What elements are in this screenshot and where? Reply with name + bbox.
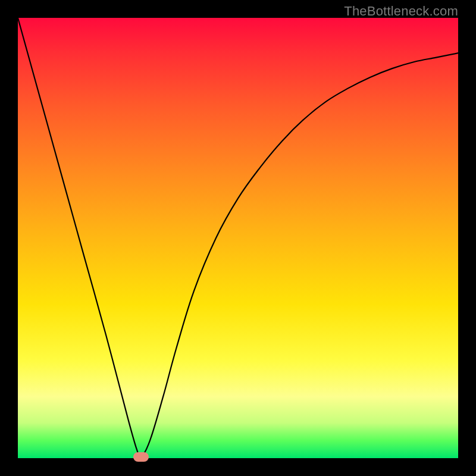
curve-svg xyxy=(18,18,458,458)
optimal-marker xyxy=(133,452,149,462)
chart-frame: TheBottleneck.com xyxy=(0,0,476,476)
watermark-text: TheBottleneck.com xyxy=(344,4,458,19)
bottleneck-curve xyxy=(18,18,458,458)
plot-area xyxy=(18,18,458,458)
